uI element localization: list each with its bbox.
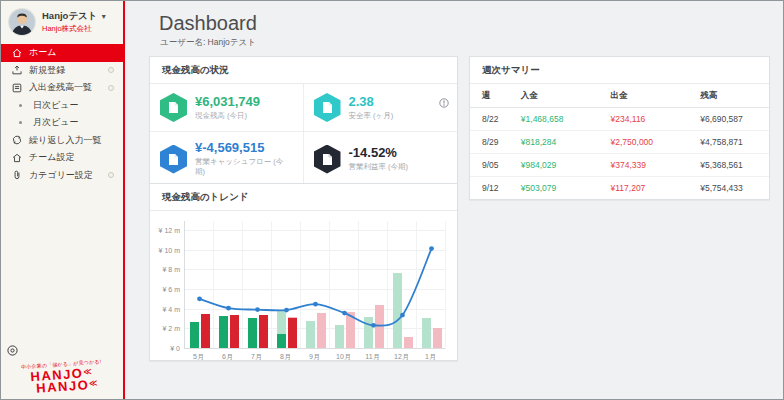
info-icon[interactable]: [439, 94, 449, 112]
table-row: 8/22 ¥1,468,658 ¥234,116 ¥6,690,587: [470, 108, 769, 131]
table-row: 8/29 ¥818,284 ¥2,750,000 ¥4,758,871: [470, 131, 769, 154]
user-profile-dropdown[interactable]: Hanjoテスト ▼ Hanjo株式会社: [1, 1, 123, 44]
weekly-summary-panel: 週次サマリー 週 入金 出金 残高 8/22 ¥1,468,658 ¥234,1…: [469, 56, 770, 200]
document-hex-icon: [160, 145, 187, 174]
app-window: Hanjoテスト ▼ Hanjo株式会社 ホーム 新規登録 入出金残高一覧 日: [0, 0, 784, 400]
page-title: Dashboard: [159, 12, 257, 35]
sidebar-item-monthly-view[interactable]: 月次ビュー: [1, 114, 123, 132]
expand-circle[interactable]: [108, 67, 114, 73]
cash-status-panel: 現金残高の状況 ¥6,031,749 現金残高 (今日): [149, 56, 458, 187]
card-value: ¥6,031,749: [195, 95, 260, 109]
card-label: 現金残高 (今日): [195, 111, 260, 121]
weekly-summary-table: 週 入金 出金 残高 8/22 ¥1,468,658 ¥234,116 ¥6,6…: [470, 84, 769, 199]
sidebar-item-balance-list[interactable]: 入出金残高一覧: [1, 79, 123, 97]
x-tick-label: 12月: [387, 352, 416, 362]
card-safety-rate: 2.38 安全率 (ヶ月): [304, 84, 458, 132]
card-label: 営業利益率 (今期): [349, 162, 409, 172]
sidebar: Hanjoテスト ▼ Hanjo株式会社 ホーム 新規登録 入出金残高一覧 日: [1, 1, 125, 399]
trend-chart: ¥ 0¥ 2 m¥ 4 m¥ 6 m¥ 8 m¥ 10 m¥ 12 m 5月6月…: [150, 211, 457, 365]
sidebar-item-daily-view[interactable]: 日次ビュー: [1, 97, 123, 115]
col-week: 週: [470, 84, 521, 108]
expand-circle[interactable]: [108, 85, 114, 91]
sidebar-item-team-settings[interactable]: チーム設定: [1, 149, 123, 167]
table-header-row: 週 入金 出金 残高: [470, 84, 769, 108]
cash-status-cards: ¥6,031,749 現金残高 (今日) 2.38 安全率 (ヶ月): [150, 84, 457, 186]
card-value: -14.52%: [349, 146, 409, 160]
sidebar-item-new-entry[interactable]: 新規登録: [1, 62, 123, 80]
user-company: Hanjo株式会社: [42, 24, 107, 34]
weekly-summary-title: 週次サマリー: [470, 57, 769, 84]
table-row: 9/12 ¥503,079 ¥117,207 ¥5,754,433: [470, 177, 769, 200]
card-operating-margin: -14.52% 営業利益率 (今期): [304, 132, 458, 186]
trend-chart-title: 現金残高のトレンド: [150, 184, 457, 211]
x-tick-label: 7月: [242, 352, 271, 362]
balance-line: [185, 221, 446, 349]
sidebar-item-home[interactable]: ホーム: [1, 44, 123, 62]
card-value: 2.38: [349, 95, 394, 109]
document-hex-icon: [314, 145, 341, 174]
x-tick-label: 9月: [300, 352, 329, 362]
card-label: 安全率 (ヶ月): [349, 111, 394, 121]
x-tick-label: 5月: [184, 352, 213, 362]
bullet-icon: [19, 121, 22, 124]
page-subtitle: ユーザー名: Hanjoテスト: [160, 37, 256, 49]
chart-y-axis: ¥ 0¥ 2 m¥ 4 m¥ 6 m¥ 8 m¥ 10 m¥ 12 m: [156, 221, 184, 349]
card-cash-balance: ¥6,031,749 現金残高 (今日): [150, 84, 304, 132]
home-icon: [12, 48, 22, 58]
card-value: ¥-4,569,515: [195, 141, 293, 155]
help-icon[interactable]: [7, 342, 18, 353]
x-tick-label: 1月: [416, 352, 445, 362]
cash-status-title: 現金残高の状況: [150, 57, 457, 84]
paperclip-icon: [12, 170, 22, 180]
x-tick-label: 11月: [358, 352, 387, 362]
sidebar-item-recurring-list[interactable]: 繰り返し入力一覧: [1, 132, 123, 150]
sidebar-item-category-settings[interactable]: カテゴリー設定: [1, 167, 123, 185]
chart-x-axis: 5月6月7月8月9月10月11月12月1月: [184, 349, 445, 363]
team-icon: [12, 153, 22, 163]
chevron-down-icon: ▼: [100, 13, 107, 20]
hanjo-logo: 中小企業の「儲かる」が見つかる! HANJO≪ HANJO≪: [0, 357, 124, 396]
document-hex-icon: [314, 93, 341, 122]
user-name: Hanjoテスト ▼: [42, 10, 107, 23]
avatar: [9, 9, 35, 35]
col-balance: 残高: [700, 84, 769, 108]
card-label: 営業キャッシュフロー (今期): [195, 157, 293, 177]
sidebar-menu: ホーム 新規登録 入出金残高一覧 日次ビュー 月次ビュー: [1, 44, 123, 184]
repeat-icon: [12, 135, 22, 145]
table-row: 9/05 ¥984,029 ¥374,339 ¥5,368,561: [470, 154, 769, 177]
x-tick-label: 6月: [213, 352, 242, 362]
chart-plot: [184, 221, 445, 349]
bullet-icon: [19, 104, 22, 107]
col-out: 出金: [611, 84, 701, 108]
x-tick-label: 8月: [271, 352, 300, 362]
upload-icon: [12, 65, 22, 75]
trend-chart-panel: 現金残高のトレンド ¥ 0¥ 2 m¥ 4 m¥ 6 m¥ 8 m¥ 10 m¥…: [149, 183, 458, 361]
main-content: Dashboard ユーザー名: Hanjoテスト 現金残高の状況 ¥6,031…: [127, 1, 783, 399]
list-icon: [12, 83, 22, 93]
col-in: 入金: [521, 84, 611, 108]
expand-circle[interactable]: [108, 172, 114, 178]
card-operating-cashflow: ¥-4,569,515 営業キャッシュフロー (今期): [150, 132, 304, 186]
x-tick-label: 10月: [329, 352, 358, 362]
document-hex-icon: [160, 93, 187, 122]
